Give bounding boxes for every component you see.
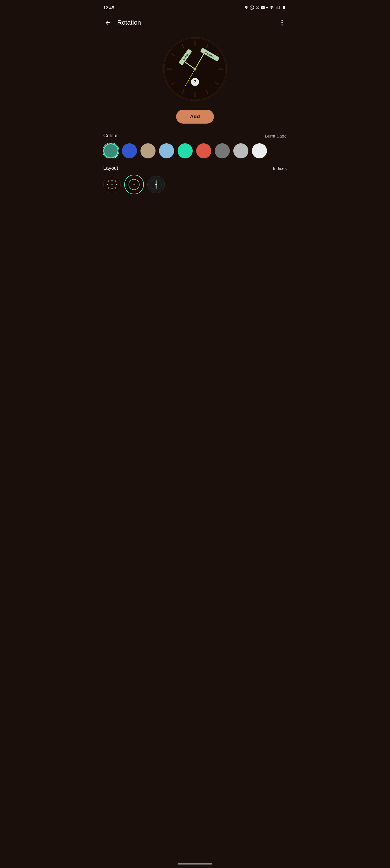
svg-point-28 — [116, 184, 117, 185]
layout-section-header: Layout Indices — [103, 165, 287, 171]
notification-dot — [266, 7, 268, 8]
menu-dot — [281, 20, 282, 21]
page-title: Rotation — [117, 19, 276, 26]
layout-option-line[interactable] — [147, 176, 165, 193]
colour-swatch-tan[interactable] — [141, 143, 155, 158]
svg-point-30 — [108, 181, 109, 181]
layout-options — [103, 176, 287, 193]
circle-layout-icon — [128, 179, 140, 190]
status-icons — [244, 5, 287, 9]
svg-text:7: 7 — [194, 80, 196, 84]
colour-swatch-blue[interactable] — [122, 143, 137, 158]
colour-section-header: Colour Burnt Sage — [103, 133, 287, 139]
back-button[interactable] — [102, 17, 114, 28]
line-layout-icon — [150, 179, 162, 190]
svg-point-26 — [112, 188, 113, 189]
layout-option-dots[interactable] — [103, 176, 121, 193]
twitter-icon — [256, 5, 260, 9]
colour-section: Colour Burnt Sage — [97, 133, 293, 158]
signal-icon — [275, 5, 280, 9]
clock-face: 24 MAY THURSDAY 7 — [163, 37, 227, 101]
menu-dot — [281, 24, 282, 26]
colour-swatch-light-gray[interactable] — [233, 143, 248, 158]
app-bar: Rotation — [97, 14, 293, 31]
more-options-button[interactable] — [276, 17, 288, 28]
svg-point-38 — [155, 184, 157, 185]
colour-swatches — [103, 143, 287, 158]
back-arrow-icon — [104, 19, 112, 26]
colour-selected-name: Burnt Sage — [265, 133, 287, 138]
wifi-icon — [269, 5, 274, 9]
dots-layout-icon — [106, 179, 118, 190]
email-icon — [261, 5, 265, 9]
svg-point-35 — [133, 184, 134, 185]
layout-label: Layout — [103, 165, 118, 171]
svg-point-32 — [108, 187, 109, 188]
colour-swatch-coral[interactable] — [196, 143, 211, 158]
add-button-container: Add — [97, 110, 293, 124]
svg-point-27 — [107, 184, 108, 185]
colour-swatch-light-blue[interactable] — [159, 143, 174, 158]
svg-point-25 — [112, 180, 113, 181]
colour-swatch-gray[interactable] — [215, 143, 230, 158]
status-time: 12:45 — [103, 5, 114, 10]
layout-option-circle[interactable] — [125, 176, 143, 193]
colour-swatch-white[interactable] — [252, 143, 267, 158]
layout-selected-name: Indices — [273, 166, 287, 171]
svg-point-33 — [112, 184, 113, 185]
colour-swatch-burnt-sage[interactable] — [103, 143, 118, 158]
add-button[interactable]: Add — [176, 110, 214, 124]
battery-icon — [281, 5, 287, 9]
colour-swatch-mint[interactable] — [178, 143, 193, 158]
whatsapp-icon — [250, 5, 254, 9]
status-bar: 12:45 — [97, 0, 293, 14]
clock-preview: 24 MAY THURSDAY 7 — [97, 31, 293, 110]
location-icon — [244, 5, 248, 9]
svg-point-29 — [115, 181, 116, 181]
menu-dot — [281, 22, 282, 23]
svg-point-31 — [115, 187, 116, 188]
layout-section: Layout Indices — [97, 165, 293, 193]
colour-label: Colour — [103, 133, 118, 139]
clock-svg: 24 MAY THURSDAY 7 — [164, 38, 226, 100]
